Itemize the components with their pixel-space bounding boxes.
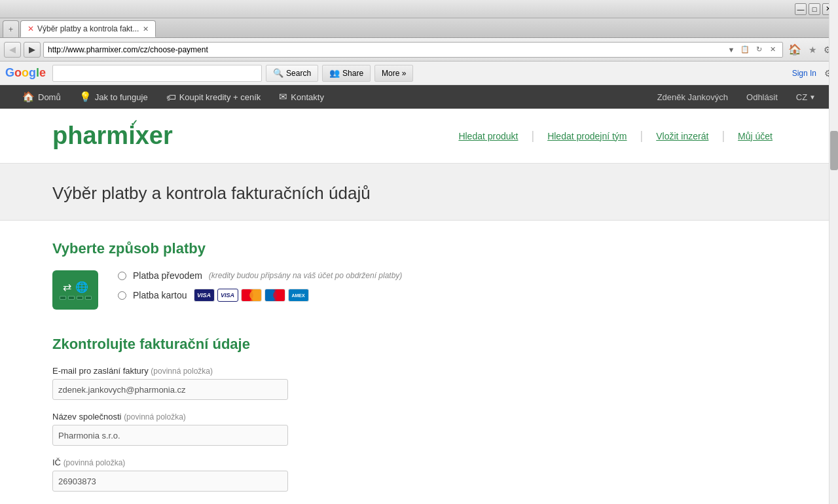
more-label: More » xyxy=(382,69,406,78)
minimize-button[interactable]: — xyxy=(795,3,807,15)
page-title: Výběr platby a kontrola fakturačních úda… xyxy=(52,183,786,204)
amex-icon: AMEX xyxy=(288,289,309,302)
card-icon-2 xyxy=(68,296,75,300)
email-required-note: (povinná položka) xyxy=(151,367,213,376)
logo-text: pharmi✓xer xyxy=(52,122,173,149)
payment-section: ⇄ 🌐 Platba převodem (kredity budou přips… xyxy=(52,270,786,310)
chevron-down-icon: ▼ xyxy=(809,94,816,101)
url-refresh-icon[interactable]: ↻ xyxy=(753,44,765,56)
sign-in-button[interactable]: Sign In xyxy=(788,69,820,78)
company-form-group: Název společnosti (povinná položka) xyxy=(52,412,786,446)
share-label: Share xyxy=(342,69,363,78)
card-icon-3 xyxy=(77,296,83,300)
nav-item-user[interactable]: Zdeněk Jankových xyxy=(648,85,737,109)
nav-item-koupit[interactable]: 🏷 Koupit kredity + ceník xyxy=(157,85,270,109)
pharmixer-logo: pharmi✓xer xyxy=(52,122,173,150)
user-name-label: Zdeněk Jankových xyxy=(657,92,728,102)
ic-field-label: IČ (povinná položka) xyxy=(52,458,786,467)
google-bar: Google 🔍 Search 👥 Share More » Sign In ⚙ xyxy=(0,62,838,85)
address-bar: ◀ ▶ http://www.pharmixer.com/cz/choose-p… xyxy=(0,38,838,62)
tab-error-icon: ✕ xyxy=(27,24,34,33)
nav-item-domu[interactable]: 🏠 Domů xyxy=(13,85,70,109)
url-feed-icon[interactable]: 📋 xyxy=(739,44,751,56)
nav-link-vlozit-inzerat[interactable]: Vložit inzerát xyxy=(643,131,721,141)
more-button[interactable]: More » xyxy=(374,65,413,82)
nav-item-jak[interactable]: 💡 Jak to funguje xyxy=(70,85,157,109)
lang-label: CZ xyxy=(796,92,807,102)
visa-card-icon-2: VISA xyxy=(217,289,238,302)
globe-icon: 🌐 xyxy=(75,281,88,293)
payment-radio-card[interactable] xyxy=(118,291,126,300)
new-tab-icon: + xyxy=(9,25,13,34)
svg-point-1 xyxy=(249,291,259,300)
site-navigation: 🏠 Domů 💡 Jak to funguje 🏷 Koupit kredity… xyxy=(0,85,838,109)
home-button[interactable]: 🏠 xyxy=(786,43,804,56)
tab-pharmixer[interactable]: ✕ Výběr platby a kontrola fakt... ✕ xyxy=(20,20,156,37)
google-logo: Google xyxy=(5,66,46,80)
card-icons: VISA VISA AMEX xyxy=(194,289,309,302)
nav-link-hledat-produkt[interactable]: Hledat produkt xyxy=(445,131,531,141)
maximize-button[interactable]: □ xyxy=(809,3,820,15)
tab-back[interactable]: + xyxy=(3,20,19,37)
payment-option-transfer[interactable]: Platba převodem (kredity budou připsány … xyxy=(118,270,402,281)
scrollbar[interactable] xyxy=(829,0,838,504)
tag-nav-icon: 🏷 xyxy=(166,92,176,103)
page-title-area: Výběr platby a kontrola fakturačních úda… xyxy=(0,164,838,221)
ic-form-group: IČ (povinná položka) xyxy=(52,458,786,492)
payment-image: ⇄ 🌐 xyxy=(52,270,98,310)
google-search-input[interactable] xyxy=(52,65,262,82)
tab-bar: + ✕ Výběr platby a kontrola fakt... ✕ xyxy=(0,18,838,38)
email-field-label: E-mail pro zaslání faktury (povinná polo… xyxy=(52,366,786,376)
maestro-icon xyxy=(264,289,285,302)
brand-header: pharmi✓xer Hledat produkt | Hledat prode… xyxy=(0,109,838,164)
mail-nav-icon: ✉ xyxy=(279,91,287,103)
scrollbar-thumb[interactable] xyxy=(830,131,838,170)
search-icon: 🔍 xyxy=(273,68,283,78)
company-label-text: Název společnosti xyxy=(52,412,122,422)
nav-item-logout[interactable]: Odhlásit xyxy=(737,85,787,109)
company-required-note: (povinná položka) xyxy=(124,412,186,422)
tab-label: Výběr platby a kontrola fakt... xyxy=(37,24,139,33)
svg-point-3 xyxy=(273,291,283,300)
url-close-icon[interactable]: ✕ xyxy=(767,44,778,56)
card-icon-4 xyxy=(85,296,92,300)
ic-input[interactable] xyxy=(52,471,288,492)
transfer-icon: ⇄ xyxy=(63,281,71,293)
url-dropdown-icon[interactable]: ▼ xyxy=(725,44,737,56)
nav-label-domu: Domů xyxy=(38,92,61,102)
payment-transfer-note: (kredity budou připsány na váš účet po o… xyxy=(209,271,403,280)
url-text: http://www.pharmixer.com/cz/choose-payme… xyxy=(48,45,723,54)
nav-link-hledat-prodejni[interactable]: Hledat prodejní tým xyxy=(534,131,640,141)
search-button[interactable]: 🔍 Search xyxy=(266,65,318,82)
ic-label-text: IČ xyxy=(52,458,61,467)
nav-link-muj-ucet[interactable]: Můj účet xyxy=(725,131,786,141)
email-input[interactable] xyxy=(52,379,288,400)
payment-card-label: Platba kartou xyxy=(133,290,187,300)
logout-label: Odhlásit xyxy=(746,92,778,102)
sign-in-label: Sign In xyxy=(792,69,816,78)
nav-item-lang[interactable]: CZ ▼ xyxy=(787,85,825,109)
card-icon-1 xyxy=(60,296,66,300)
back-button[interactable]: ◀ xyxy=(4,42,21,58)
ic-required-note: (povinná položka) xyxy=(64,458,126,467)
favorites-button[interactable]: ★ xyxy=(807,45,819,55)
share-icon: 👥 xyxy=(329,68,340,78)
tab-close-icon[interactable]: ✕ xyxy=(143,25,149,33)
company-field-label: Název společnosti (povinná položka) xyxy=(52,412,786,422)
payment-radio-transfer[interactable] xyxy=(118,272,126,280)
nav-label-kontakty: Kontakty xyxy=(291,92,324,102)
invoice-section-title: Zkontrolujte fakturační údaje xyxy=(52,336,786,353)
search-label: Search xyxy=(286,69,311,78)
home-nav-icon: 🏠 xyxy=(22,91,35,103)
payment-option-card[interactable]: Platba kartou VISA VISA xyxy=(118,289,402,302)
email-form-group: E-mail pro zaslání faktury (povinná polo… xyxy=(52,366,786,400)
company-input[interactable] xyxy=(52,425,288,446)
nav-item-kontakty[interactable]: ✉ Kontakty xyxy=(270,85,333,109)
nav-label-jak: Jak to funguje xyxy=(95,92,148,102)
invoice-section: Zkontrolujte fakturační údaje E-mail pro… xyxy=(52,336,786,492)
forward-button[interactable]: ▶ xyxy=(24,42,41,58)
payment-transfer-label: Platba převodem xyxy=(133,270,202,281)
url-bar[interactable]: http://www.pharmixer.com/cz/choose-payme… xyxy=(43,42,783,58)
share-button[interactable]: 👥 Share xyxy=(322,65,371,82)
bulb-nav-icon: 💡 xyxy=(79,91,92,103)
